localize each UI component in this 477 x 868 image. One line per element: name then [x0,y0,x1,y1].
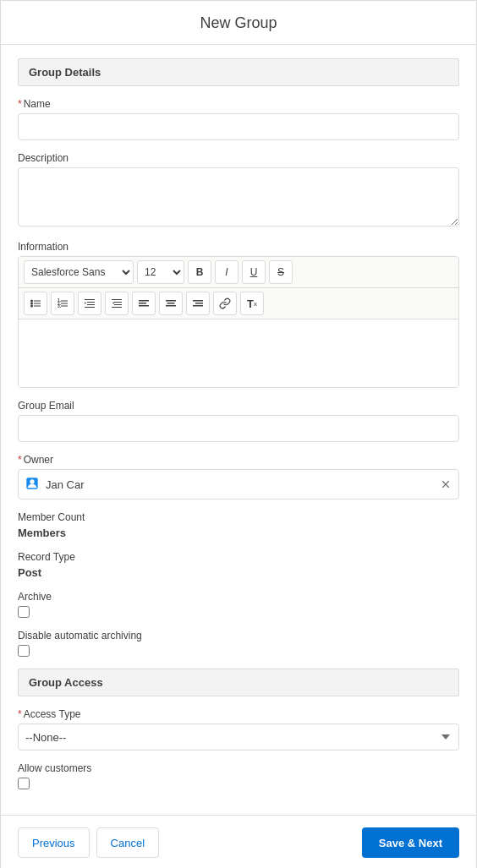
align-right-button[interactable] [186,292,210,315]
svg-point-4 [30,305,33,308]
svg-rect-11 [61,306,68,307]
save-next-button[interactable]: Save & Next [362,827,459,858]
group-email-label: Group Email [18,400,459,412]
rich-text-toolbar-row2: 1.2.3. [19,288,458,319]
svg-rect-20 [139,300,149,302]
svg-rect-17 [114,302,122,303]
ordered-list-button[interactable]: 1.2.3. [51,292,74,315]
previous-button[interactable]: Previous [18,827,90,858]
group-email-input[interactable] [18,415,459,442]
name-required-star: * [18,98,22,110]
strikethrough-button[interactable]: S [269,260,293,284]
allow-customers-checkbox[interactable] [18,778,30,789]
svg-rect-19 [112,307,122,308]
svg-rect-7 [61,301,68,302]
owner-required-star: * [18,454,22,466]
svg-rect-5 [34,306,41,307]
information-field-group: Information Salesforce Sans Arial Times … [18,241,459,388]
rich-text-editor: Salesforce Sans Arial Times New Roman Co… [18,256,459,388]
svg-rect-18 [114,304,122,305]
access-type-label: *Access Type [18,708,459,720]
owner-icon [25,477,39,493]
access-type-field-group: *Access Type --None-- Public Private Unl… [18,708,459,751]
indent-less-button[interactable] [105,292,129,315]
modal-header: New Group [1,1,476,45]
svg-rect-21 [139,303,146,304]
group-details-section-header: Group Details [18,58,459,86]
member-count-label: Member Count [18,511,459,523]
archive-field-group: Archive [18,591,459,618]
svg-rect-12 [85,299,95,300]
information-label: Information [18,241,459,253]
record-type-field-group: Record Type Post [18,551,459,579]
font-select[interactable]: Salesforce Sans Arial Times New Roman Co… [24,260,134,284]
modal-container: New Group Group Details *Name Descriptio… [0,0,477,868]
svg-rect-9 [61,303,68,304]
svg-rect-16 [112,299,122,300]
align-left-button[interactable] [132,292,156,315]
allow-customers-label: Allow customers [18,762,459,774]
svg-rect-3 [34,303,41,304]
link-button[interactable] [213,292,237,315]
access-type-select[interactable]: --None-- Public Private Unlisted [18,723,459,751]
member-count-field-group: Member Count Members [18,511,459,539]
svg-rect-23 [166,300,176,302]
disable-auto-archive-label: Disable automatic archiving [18,630,459,641]
svg-rect-25 [166,305,176,307]
owner-clear-button[interactable] [440,478,452,490]
allow-customers-field-group: Allow customers [18,762,459,789]
size-select[interactable]: 8 9 10 11 12 14 18 24 36 [137,260,184,284]
svg-rect-28 [193,305,203,307]
bold-button[interactable]: B [188,260,211,284]
svg-rect-13 [87,302,95,303]
member-count-value: Members [18,527,459,539]
name-field-group: *Name [18,98,459,140]
archive-checkbox[interactable] [18,606,30,618]
description-textarea[interactable] [18,167,459,227]
group-access-section-header: Group Access [18,669,459,696]
description-field-group: Description [18,152,459,229]
clear-format-button[interactable]: Tx [240,292,264,315]
owner-label: *Owner [18,454,459,466]
footer-left-buttons: Previous Cancel [18,827,159,858]
modal-title: New Group [18,14,459,32]
svg-rect-14 [87,304,95,305]
access-type-required-star: * [18,708,22,720]
modal-footer: Previous Cancel Save & Next [1,815,476,868]
record-type-label: Record Type [18,551,459,563]
indent-more-button[interactable] [78,292,101,315]
disable-auto-archive-field-group: Disable automatic archiving [18,630,459,657]
owner-field-group: *Owner Jan Car [18,454,459,500]
svg-rect-26 [193,300,203,302]
svg-point-2 [30,303,33,305]
svg-point-30 [30,479,34,483]
record-type-value: Post [18,566,459,579]
svg-rect-24 [167,303,175,304]
owner-name: Jan Car [46,478,433,491]
svg-point-0 [30,300,33,303]
allow-customers-checkbox-wrapper [18,778,459,789]
underline-button[interactable]: U [242,260,266,284]
svg-rect-1 [34,301,41,302]
rich-text-body[interactable] [19,319,458,387]
name-input[interactable] [18,113,459,140]
svg-rect-27 [195,303,203,304]
svg-rect-15 [85,307,95,308]
group-email-field-group: Group Email [18,400,459,442]
owner-field[interactable]: Jan Car [18,469,459,500]
cancel-button[interactable]: Cancel [96,827,159,858]
archive-checkbox-wrapper [18,606,459,618]
archive-label: Archive [18,591,459,603]
modal-body: Group Details *Name Description Informat… [1,45,476,815]
align-center-button[interactable] [159,292,183,315]
name-label: *Name [18,98,459,110]
svg-rect-22 [139,305,149,307]
disable-auto-archive-checkbox[interactable] [18,645,30,657]
description-label: Description [18,152,459,164]
rich-text-toolbar-row1: Salesforce Sans Arial Times New Roman Co… [19,257,458,288]
italic-button[interactable]: I [215,260,238,284]
disable-auto-archive-checkbox-wrapper [18,645,459,657]
unordered-list-button[interactable] [24,292,47,315]
